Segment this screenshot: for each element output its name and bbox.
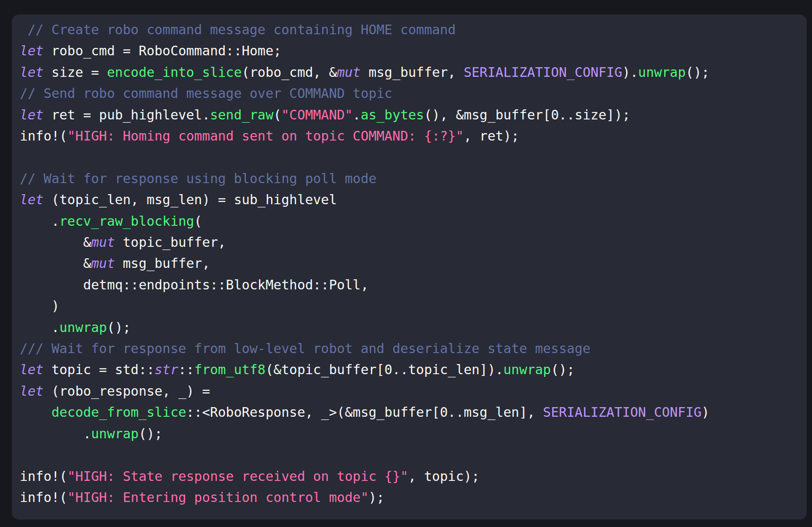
code-token-kw: let xyxy=(20,192,43,207)
code-token-plain: (); xyxy=(107,320,131,335)
code-line: &mut topic_buffer, xyxy=(20,232,807,253)
code-line: decode_from_slice::<RoboResponse, _>(&ms… xyxy=(20,402,807,423)
code-token-plain: (robo_cmd, & xyxy=(242,65,337,80)
code-token-kw: let xyxy=(20,43,43,58)
code-token-plain: ); xyxy=(369,490,384,505)
code-token-plain: ::<RoboResponse, _>(&msg_buffer[0..msg_l… xyxy=(186,404,543,420)
code-token-plain xyxy=(20,22,28,37)
code-token-kw: mut xyxy=(91,235,115,250)
code-token-plain: ( xyxy=(194,213,202,229)
code-token-kw: str xyxy=(154,362,178,377)
code-token-plain xyxy=(20,404,51,420)
code-line: info!("HIGH: Homing command sent on topi… xyxy=(20,126,807,147)
code-token-fn: decode_from_slice xyxy=(51,404,186,420)
code-line: info!("HIGH: Entering position control m… xyxy=(20,487,807,508)
code-token-plain: (); xyxy=(551,362,575,377)
code-token-plain: (), &msg_buffer[0..size]); xyxy=(424,107,630,123)
code-token-plain: (); xyxy=(139,426,162,441)
code-token-const: SERIALIZATION_CONFIG xyxy=(543,404,701,420)
code-line: ) xyxy=(20,296,807,317)
code-line: // Send robo command message over COMMAN… xyxy=(20,83,807,104)
code-line: /// Wait for response from low-level rob… xyxy=(20,338,807,359)
code-line: detmq::endpoints::BlockMethod::Poll, xyxy=(20,274,807,296)
code-token-plain: . xyxy=(353,107,361,123)
code-line: let robo_cmd = RoboCommand::Home; xyxy=(20,40,807,61)
code-token-fn: unwrap xyxy=(91,426,139,441)
code-token-kw: mut xyxy=(337,65,360,80)
code-token-plain: . xyxy=(20,320,59,335)
code-area: // Create robo command message containin… xyxy=(20,19,807,508)
code-token-plain: size = xyxy=(43,65,107,80)
code-token-plain: info!( xyxy=(20,490,67,505)
code-line xyxy=(20,444,807,466)
code-line: // Wait for response using blocking poll… xyxy=(20,168,807,189)
code-token-str: "COMMAND" xyxy=(281,107,353,123)
code-token-fn: unwrap xyxy=(59,320,107,335)
code-token-comment: // Wait for response using blocking poll… xyxy=(20,171,377,186)
code-token-comment: /// Wait for response from low-level rob… xyxy=(20,341,590,356)
code-token-fn: send_raw xyxy=(210,107,273,123)
code-token-plain: & xyxy=(20,235,91,250)
code-line: .recv_raw_blocking( xyxy=(20,211,807,232)
code-token-plain: (&topic_buffer[0..topic_len]). xyxy=(266,362,503,377)
code-token-kw: mut xyxy=(91,256,115,271)
code-token-plain: ret = pub_highlevel. xyxy=(43,107,210,123)
code-token-plain: robo_cmd = RoboCommand::Home; xyxy=(43,43,281,58)
code-token-fn: unwrap xyxy=(638,65,686,80)
code-token-plain: detmq::endpoints::BlockMethod::Poll, xyxy=(20,277,369,292)
code-token-plain: ). xyxy=(622,65,638,80)
code-token-plain: (topic_len, msg_len) = sub_highlevel xyxy=(43,192,337,207)
code-token-comment: // Send robo command message over COMMAN… xyxy=(20,86,392,101)
code-token-plain: (robo_response, _) = xyxy=(43,383,210,399)
code-token-plain: topic_buffer, xyxy=(115,235,226,250)
code-token-kw: let xyxy=(20,362,43,377)
code-token-plain: . xyxy=(20,213,59,229)
code-token-str: "HIGH: Homing command sent on topic COMM… xyxy=(67,128,463,144)
code-token-comment: // Create robo command message containin… xyxy=(28,22,456,37)
code-line: &mut msg_buffer, xyxy=(20,253,807,274)
code-token-plain: ( xyxy=(273,107,281,123)
code-token-plain: & xyxy=(20,256,91,271)
code-token-plain: , topic); xyxy=(408,469,480,484)
code-token-str: "HIGH: Entering position control mode" xyxy=(67,490,368,505)
code-token-plain: . xyxy=(20,426,91,441)
code-token-plain: msg_buffer, xyxy=(361,65,464,80)
code-line: let topic = std::str::from_utf8(&topic_b… xyxy=(20,359,807,380)
code-token-plain: :: xyxy=(178,362,194,377)
code-token-plain: info!( xyxy=(20,128,67,144)
code-token-plain: msg_buffer, xyxy=(115,256,210,271)
code-line: let (robo_response, _) = xyxy=(20,381,807,402)
code-line xyxy=(20,147,807,168)
code-token-plain: info!( xyxy=(20,469,67,484)
code-block-panel: // Create robo command message containin… xyxy=(12,14,807,520)
code-token-fn: recv_raw_blocking xyxy=(59,213,194,229)
code-line: let (topic_len, msg_len) = sub_highlevel xyxy=(20,189,807,210)
code-token-fn: from_utf8 xyxy=(194,362,266,377)
code-line: .unwrap(); xyxy=(20,317,807,338)
code-token-kw: let xyxy=(20,65,43,80)
code-token-str: "HIGH: State response received on topic … xyxy=(67,469,408,484)
code-line: info!("HIGH: State response received on … xyxy=(20,466,807,487)
code-token-fn: unwrap xyxy=(503,362,551,377)
code-token-kw: let xyxy=(20,107,43,123)
code-line: // Create robo command message containin… xyxy=(20,19,807,40)
code-token-plain: (); xyxy=(686,65,709,80)
code-token-fn: encode_into_slice xyxy=(107,65,242,80)
code-line: let ret = pub_highlevel.send_raw("COMMAN… xyxy=(20,105,807,126)
code-token-plain: ) xyxy=(701,404,709,420)
code-token-plain: , ret); xyxy=(463,128,519,144)
code-token-kw: let xyxy=(20,383,43,399)
code-line: let size = encode_into_slice(robo_cmd, &… xyxy=(20,62,807,83)
code-token-fn: as_bytes xyxy=(361,107,424,123)
code-token-const: SERIALIZATION_CONFIG xyxy=(463,65,622,80)
code-line: .unwrap(); xyxy=(20,423,807,444)
code-token-plain: topic = std:: xyxy=(43,362,154,377)
code-token-plain: ) xyxy=(20,298,59,314)
